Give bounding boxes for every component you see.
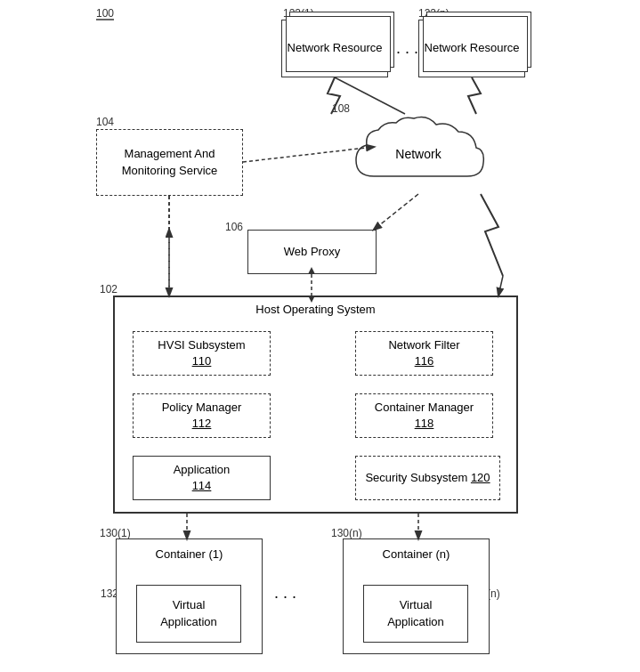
hvsi-subsystem: HVSI Subsystem110 [133, 331, 271, 376]
application: Application114 [133, 456, 271, 500]
virtual-app-1: VirtualApplication [136, 585, 241, 643]
ref-106: 106 [225, 221, 243, 233]
svg-line-2 [374, 194, 418, 230]
virtual-app-n: VirtualApplication [363, 585, 468, 643]
ref-130-n: 130(n) [331, 527, 362, 539]
container-manager: Container Manager118 [355, 393, 493, 438]
ref-108: 108 [332, 102, 350, 115]
web-proxy: Web Proxy [247, 230, 377, 274]
network-filter: Network Filter116 [355, 331, 493, 376]
svg-line-3 [498, 276, 503, 296]
container-1-label: Container (1) [117, 547, 262, 563]
container-n-label: Container (n) [344, 547, 489, 563]
security-subsystem: Security Subsystem 120 [355, 456, 500, 500]
ref-102: 102 [100, 283, 117, 296]
ellipsis-1: · · · [396, 43, 418, 61]
ref-104: 104 [96, 116, 114, 128]
container-1: Container (1) VirtualApplication [116, 538, 263, 654]
host-os-title: Host Operating System [115, 303, 516, 316]
ref-130-1: 130(1) [100, 527, 131, 539]
policy-manager: Policy Manager112 [133, 393, 271, 438]
ellipsis-2: · · · [274, 587, 296, 606]
network-resource-n: Network Resource [418, 20, 525, 77]
diagram: 100 122(1) 122(n) Network Resource · · ·… [0, 0, 640, 672]
container-n: Container (n) VirtualApplication [343, 538, 490, 654]
host-os-container: Host Operating System HVSI Subsystem110 … [113, 296, 518, 514]
ref-100: 100 [96, 7, 114, 20]
management-monitoring: Management AndMonitoring Service [96, 129, 243, 196]
network-cloud: Network [347, 114, 490, 194]
network-resource-1: Network Resource [281, 20, 388, 77]
